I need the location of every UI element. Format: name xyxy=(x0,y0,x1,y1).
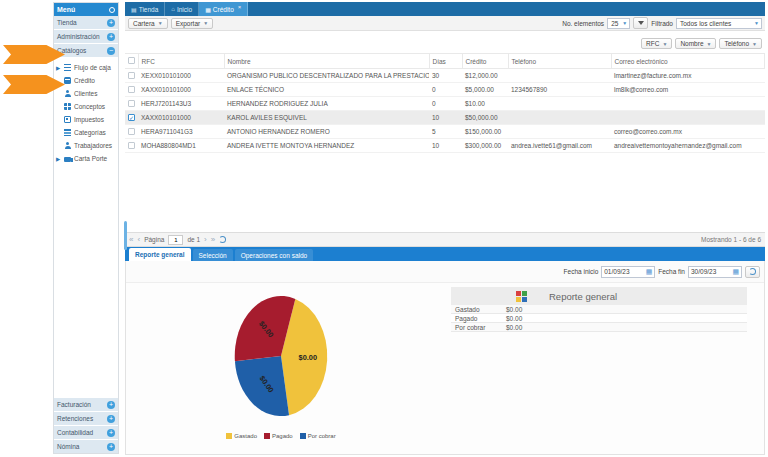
sidebar-section-no-mina[interactable]: Nómina+ xyxy=(54,439,118,453)
sidebar-section-tienda[interactable]: Tienda+ xyxy=(54,16,118,30)
prev-page-icon[interactable]: ‹ xyxy=(137,236,140,244)
sidebar-item-conceptos[interactable]: Conceptos xyxy=(54,100,118,113)
exportar-button[interactable]: Exportar▼ xyxy=(171,18,214,29)
first-page-icon[interactable]: « xyxy=(129,236,133,244)
table-row[interactable]: ✓XAXX010101000KAROL AVILES ESQUIVEL10$50… xyxy=(125,111,765,125)
toolbar: Cartera▼Exportar▼ No. elementos 25▼ Filt… xyxy=(125,16,765,31)
row-checkbox[interactable]: ✓ xyxy=(128,114,135,121)
page-of-label: de 1 xyxy=(187,236,200,243)
client-filter-select[interactable]: Todos los clientes▼ xyxy=(676,18,762,29)
column-header-cre-dito[interactable]: Crédito xyxy=(462,54,508,69)
cell-rfc: HERJ7201143U3 xyxy=(138,97,224,111)
tab-cre-dito[interactable]: ▦Crédito× xyxy=(199,2,248,16)
plus-icon[interactable]: + xyxy=(107,33,115,41)
sidebar-item-trabajadores[interactable]: Trabajadores xyxy=(54,139,118,152)
sidebar-section-retenciones[interactable]: Retenciones+ xyxy=(54,411,118,425)
column-header-nombre[interactable]: Nombre xyxy=(224,54,429,69)
tab-inicio[interactable]: ⌂Inicio xyxy=(165,2,199,16)
column-header-tele-fono[interactable]: Teléfono xyxy=(508,54,611,69)
cell-telefono xyxy=(508,125,611,139)
taxes-icon xyxy=(64,116,71,123)
tele-fono-button[interactable]: Teléfono▼ xyxy=(719,38,762,49)
page-input[interactable] xyxy=(168,235,183,245)
gear-icon[interactable] xyxy=(109,7,115,13)
cell-telefono: andrea.ivette61@gmail.com xyxy=(508,139,611,153)
cell-nombre: HERNANDEZ RODRIGUEZ JULIA xyxy=(224,97,429,111)
cell-dias: 10 xyxy=(429,139,462,153)
fecha-inicio-label: Fecha inicio xyxy=(564,268,599,275)
next-page-icon[interactable]: › xyxy=(204,236,207,244)
chevron-right-icon[interactable]: ▶ xyxy=(56,156,60,162)
chevron-down-icon: ▼ xyxy=(203,20,208,26)
grid-scrollbar[interactable] xyxy=(124,221,127,250)
rfc-button[interactable]: RFC▼ xyxy=(641,38,672,49)
plus-icon[interactable]: + xyxy=(107,19,115,27)
section-label: Administración xyxy=(57,33,100,40)
close-icon[interactable]: × xyxy=(238,4,242,10)
select-all-checkbox[interactable] xyxy=(128,57,135,64)
sidebar-section-contabilidad[interactable]: Contabilidad+ xyxy=(54,425,118,439)
cell-correo xyxy=(611,97,765,111)
report-tab-reporte-general[interactable]: Reporte general xyxy=(129,248,191,261)
sidebar-section-cata-logos[interactable]: Catálogos− xyxy=(54,44,118,58)
refresh-icon[interactable] xyxy=(219,236,226,243)
report-row-value: $0.00 xyxy=(506,315,747,322)
report-row-value: $0.00 xyxy=(506,306,747,313)
plus-icon[interactable]: + xyxy=(107,401,115,409)
sidebar-item-impuestos[interactable]: Impuestos xyxy=(54,113,118,126)
credit-card-icon xyxy=(64,77,71,84)
column-header-correo-electro-nico[interactable]: Correo electrónico xyxy=(611,54,765,69)
plus-icon[interactable]: + xyxy=(107,429,115,437)
filtrado-label: Filtrado xyxy=(651,20,673,27)
apply-dates-button[interactable] xyxy=(745,266,760,278)
table-row[interactable]: XAXX010101000ENLACE TÉCNICO0$5,000.00123… xyxy=(125,83,765,97)
row-checkbox[interactable] xyxy=(128,128,135,135)
page-size-select[interactable]: 25▼ xyxy=(607,18,630,29)
chevron-right-icon[interactable]: ▶ xyxy=(56,65,60,71)
table-row[interactable]: XEXX010101000ORGANISMO PUBLICO DESCENTRA… xyxy=(125,69,765,83)
cartera-button[interactable]: Cartera▼ xyxy=(128,18,168,29)
sidebar-item-categori-as[interactable]: Categorías xyxy=(54,126,118,139)
table-row[interactable]: HERA9711041G3ANTONIO HERNANDEZ ROMERO5$1… xyxy=(125,125,765,139)
cell-correo: correo@correo.com.mx xyxy=(611,125,765,139)
row-checkbox[interactable] xyxy=(128,72,135,79)
table-row[interactable]: HERJ7201143U3HERNANDEZ RODRIGUEZ JULIA0$… xyxy=(125,97,765,111)
calendar-icon[interactable]: ▦ xyxy=(646,268,653,275)
cell-rfc: XAXX010101000 xyxy=(138,83,224,97)
sidebar-section-administracio-n[interactable]: Administración+ xyxy=(54,30,118,44)
home-icon: ⌂ xyxy=(171,6,175,12)
tab-tienda[interactable]: ▤Tienda xyxy=(125,2,165,16)
plus-icon[interactable]: + xyxy=(107,415,115,423)
row-checkbox[interactable] xyxy=(128,86,135,93)
report-tab-seleccio-n[interactable]: Selección xyxy=(193,249,233,261)
report-row-value: $0.00 xyxy=(506,324,747,331)
report-icon xyxy=(516,291,527,302)
last-page-icon[interactable]: » xyxy=(211,236,215,244)
sidebar-item-clientes[interactable]: Clientes xyxy=(54,87,118,100)
calendar-icon[interactable]: ▦ xyxy=(732,268,739,275)
column-header-rfc[interactable]: RFC xyxy=(138,54,224,69)
clear-filter-button[interactable] xyxy=(633,17,648,29)
section-label: Nómina xyxy=(57,443,79,450)
cell-credito: $5,000.00 xyxy=(462,83,508,97)
minus-icon[interactable]: − xyxy=(107,47,115,55)
tab-label: Crédito xyxy=(213,6,234,13)
row-checkbox-cell xyxy=(125,125,138,139)
column-header-di-as[interactable]: Días xyxy=(429,54,462,69)
nombre-button[interactable]: Nombre▼ xyxy=(675,38,716,49)
fecha-fin-input[interactable]: 30/09/23▦ xyxy=(688,266,742,278)
plus-icon[interactable]: + xyxy=(107,443,115,451)
button-label: Cartera xyxy=(133,20,155,27)
categories-layers-icon xyxy=(64,129,71,136)
table-row[interactable]: MOHA880804MD1ANDREA IVETTE MONTOYA HERNA… xyxy=(125,139,765,153)
fecha-inicio-input[interactable]: 01/09/23▦ xyxy=(601,266,655,278)
row-checkbox-cell xyxy=(125,97,138,111)
row-checkbox[interactable] xyxy=(128,100,135,107)
report-tab-operaciones-con-saldo[interactable]: Operaciones con saldo xyxy=(235,249,314,261)
sidebar-item-flujo-de-caja[interactable]: ▶Flujo de caja xyxy=(54,61,118,74)
section-label: Retenciones xyxy=(57,415,93,422)
row-checkbox[interactable] xyxy=(128,142,135,149)
row-checkbox-cell xyxy=(125,83,138,97)
sidebar-section-facturacio-n[interactable]: Facturación+ xyxy=(54,397,118,411)
sidebar-item-carta-porte[interactable]: ▶Carta Porte xyxy=(54,152,118,165)
